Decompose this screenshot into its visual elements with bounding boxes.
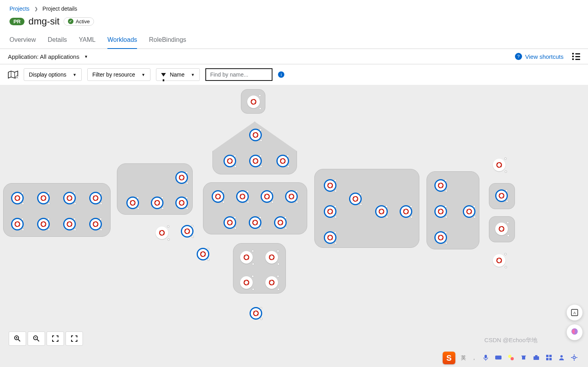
tab-yaml[interactable]: YAML (79, 32, 96, 49)
topology-toolbar: + Display options ▼ Filter by resource ▼… (0, 64, 588, 85)
workload-node[interactable] (400, 205, 412, 218)
workload-node[interactable] (249, 216, 261, 229)
workload-node[interactable] (247, 95, 260, 108)
tab-rolebindings[interactable]: RoleBindings (149, 32, 186, 49)
workload-node[interactable] (276, 155, 289, 167)
zoom-out-button[interactable] (28, 331, 45, 346)
workload-node[interactable] (212, 190, 224, 203)
display-options-label: Display options (29, 71, 66, 78)
user-icon[interactable] (558, 354, 565, 362)
zoom-in-button[interactable] (9, 331, 26, 346)
copilot-button[interactable] (567, 324, 582, 340)
emoji-icon[interactable] (507, 354, 515, 362)
workload-node[interactable] (274, 216, 287, 229)
svg-point-16 (508, 355, 511, 358)
workload-node[interactable] (261, 190, 273, 203)
info-circle-icon: ? (515, 53, 522, 60)
workload-node[interactable] (463, 205, 475, 218)
topology-canvas[interactable] (0, 85, 588, 367)
workload-node[interactable] (324, 231, 336, 244)
layout-icon[interactable]: + (8, 71, 18, 79)
settings-icon[interactable] (571, 354, 578, 362)
workload-node[interactable] (250, 307, 262, 320)
workload-node[interactable] (493, 159, 505, 171)
application-filter-label: Application: All applications (8, 53, 79, 60)
subbar: Application: All applications ▼ ? View s… (0, 49, 588, 64)
display-options-dropdown[interactable]: Display options ▼ (24, 68, 82, 81)
workload-node[interactable] (240, 276, 253, 289)
workload-node[interactable] (495, 223, 508, 235)
workload-node[interactable] (324, 205, 336, 218)
workload-node[interactable] (197, 248, 209, 260)
workload-node[interactable] (349, 193, 362, 205)
workload-node[interactable] (434, 179, 447, 192)
find-by-name-input[interactable] (205, 68, 272, 81)
workload-node[interactable] (495, 189, 508, 202)
view-shortcuts-link[interactable]: ? View shortcuts (515, 53, 564, 60)
svg-text:A: A (573, 311, 576, 315)
svg-rect-20 (546, 355, 549, 357)
project-type-badge: PR (9, 18, 24, 25)
keyboard-icon[interactable] (495, 354, 502, 362)
breadcrumb-current: Project details (43, 6, 77, 12)
workload-node[interactable] (63, 218, 76, 230)
workload-node[interactable] (324, 179, 336, 192)
fit-screen-button[interactable] (47, 331, 64, 346)
workload-node[interactable] (434, 205, 447, 218)
status-badge: Active (64, 17, 94, 26)
workload-node[interactable] (126, 197, 139, 209)
workload-node[interactable] (89, 192, 102, 204)
ime-punct[interactable]: ， (472, 354, 477, 361)
tab-overview[interactable]: Overview (9, 32, 36, 49)
workload-node[interactable] (265, 251, 278, 264)
workload-node[interactable] (249, 155, 262, 167)
ime-engine-icon[interactable]: S (443, 352, 455, 364)
workload-node[interactable] (151, 197, 163, 209)
workload-node[interactable] (37, 218, 50, 230)
skin-icon[interactable] (520, 354, 527, 362)
breadcrumb-projects-link[interactable]: Projects (9, 6, 30, 12)
workload-node[interactable] (175, 197, 188, 209)
check-circle-icon (68, 19, 73, 24)
workload-node[interactable] (434, 231, 447, 244)
import-yaml-button[interactable]: A (567, 305, 582, 320)
workload-node[interactable] (224, 155, 236, 167)
workload-node[interactable] (375, 205, 388, 218)
workload-node[interactable] (156, 227, 168, 239)
filter-resource-label: Filter by resource (92, 71, 135, 78)
workload-node[interactable] (37, 192, 50, 204)
workload-node[interactable] (249, 129, 262, 141)
workload-node[interactable] (240, 251, 253, 264)
tab-details[interactable]: Details (48, 32, 67, 49)
workload-node[interactable] (493, 254, 505, 267)
workload-node[interactable] (11, 218, 24, 230)
fullscreen-button[interactable] (66, 331, 83, 346)
svg-point-17 (511, 357, 514, 360)
caret-down-icon: ▼ (191, 73, 195, 77)
svg-point-25 (573, 356, 575, 359)
workload-node[interactable] (181, 225, 193, 238)
svg-rect-13 (485, 355, 487, 358)
svg-rect-15 (495, 356, 502, 360)
workload-node[interactable] (89, 218, 102, 230)
name-filter-dropdown[interactable]: Name ▼ (156, 68, 200, 81)
filter-resource-dropdown[interactable]: Filter by resource ▼ (87, 68, 150, 81)
workload-node[interactable] (175, 171, 188, 184)
tab-workloads[interactable]: Workloads (107, 32, 137, 49)
ime-lang[interactable]: 英 (461, 354, 466, 361)
watermark-text: CSDN @Echoo华地 (485, 337, 537, 344)
workload-node[interactable] (63, 192, 76, 204)
workload-node[interactable] (265, 276, 278, 289)
list-view-toggle[interactable] (572, 53, 580, 60)
application-filter[interactable]: Application: All applications ▼ (8, 53, 88, 60)
name-filter-label: Name (170, 71, 184, 78)
workload-node[interactable] (11, 192, 24, 204)
project-name: dmg-sit (28, 16, 60, 27)
workload-node[interactable] (236, 190, 249, 203)
mic-icon[interactable] (482, 354, 489, 362)
workload-node[interactable] (285, 190, 298, 203)
info-icon[interactable]: i (278, 71, 284, 78)
grid-icon[interactable] (545, 354, 552, 362)
toolbox-icon[interactable] (533, 354, 540, 362)
workload-node[interactable] (224, 216, 236, 229)
